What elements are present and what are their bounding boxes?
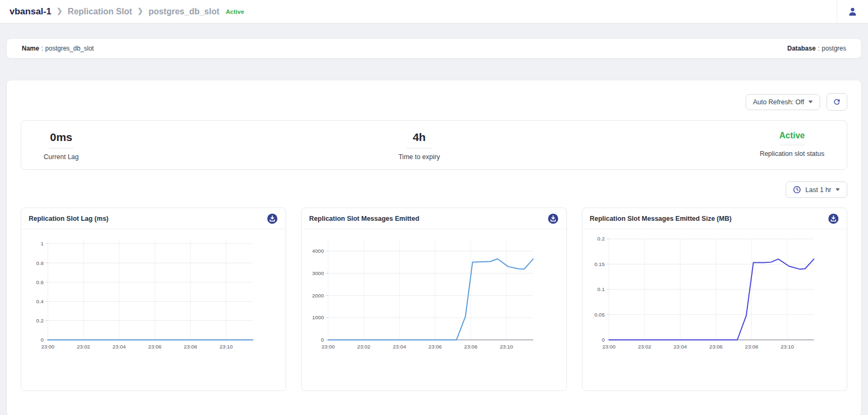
svg-text:0: 0: [602, 337, 605, 343]
svg-text:23:04: 23:04: [673, 344, 687, 350]
stat-label: Current Lag: [44, 153, 79, 161]
charts-row: Replication Slot Lag (ms) 23:0023:0223:0…: [21, 208, 847, 391]
svg-text:0.05: 0.05: [594, 312, 605, 318]
stat-label: Time to expiry: [398, 153, 440, 161]
status-badge: Active: [226, 9, 245, 15]
chart-header: Replication Slot Messages Emitted: [302, 208, 566, 229]
svg-text:4000: 4000: [312, 248, 324, 254]
download-icon: [828, 213, 839, 225]
chart-plot-messages: 23:0023:0223:0423:0623:0823:100100020003…: [302, 231, 566, 359]
svg-text:23:10: 23:10: [500, 344, 513, 350]
svg-text:23:06: 23:06: [148, 344, 162, 350]
clock-icon: [793, 186, 801, 194]
svg-text:23:04: 23:04: [393, 344, 406, 350]
stat-divider: [49, 148, 73, 148]
chart-plot-size: 23:0023:0223:0423:0623:0823:1000.050.10.…: [582, 231, 847, 359]
svg-text:23:00: 23:00: [41, 344, 54, 350]
stat-current-lag: 0ms Current Lag: [44, 130, 79, 161]
download-icon: [547, 213, 559, 225]
chevron-down-icon: [808, 101, 813, 103]
svg-text:0.6: 0.6: [36, 279, 44, 285]
svg-text:0.2: 0.2: [36, 318, 44, 323]
svg-text:1000: 1000: [312, 315, 324, 321]
svg-text:23:04: 23:04: [113, 344, 126, 350]
chevron-right-icon: ❯: [56, 7, 62, 15]
summary-stats-bar: 0ms Current Lag 4h Time to expiry Active…: [21, 120, 847, 170]
slot-database-field: Database:postgres: [787, 45, 846, 52]
stat-divider: [780, 145, 804, 145]
stat-label: Replication slot status: [760, 150, 824, 157]
stat-value: Active: [779, 130, 805, 140]
svg-text:23:00: 23:00: [602, 344, 615, 350]
chart-header: Replication Slot Messages Emitted Size (…: [582, 208, 847, 229]
svg-text:2000: 2000: [312, 293, 324, 298]
refresh-icon: [832, 97, 841, 106]
auto-refresh-label: Auto Refresh: Off: [753, 98, 804, 106]
svg-text:0: 0: [321, 337, 324, 343]
breadcrumb-item-slot: postgres_db_slot: [148, 7, 219, 16]
time-range-row: Last 1 hr: [21, 181, 847, 198]
refresh-button[interactable]: [827, 93, 847, 111]
slot-name-value: postgres_db_slot: [45, 45, 94, 52]
download-button[interactable]: [828, 213, 839, 225]
slot-name-field: Name:postgres_db_slot: [22, 45, 94, 52]
stat-value: 0ms: [50, 130, 72, 144]
chart-title: Replication Slot Messages Emitted Size (…: [590, 215, 732, 222]
slot-database-value: postgres: [822, 45, 846, 52]
svg-text:0.1: 0.1: [597, 287, 605, 293]
stat-replication-status: Active Replication slot status: [760, 130, 824, 157]
chart-title: Replication Slot Lag (ms): [29, 215, 108, 222]
stat-divider: [407, 148, 431, 148]
svg-text:0: 0: [40, 337, 44, 343]
svg-text:23:02: 23:02: [638, 344, 651, 350]
svg-text:0.8: 0.8: [36, 260, 44, 266]
slot-info-bar: Name:postgres_db_slot Database:postgres: [6, 38, 862, 59]
svg-text:23:06: 23:06: [709, 344, 722, 350]
download-icon: [266, 213, 278, 225]
chevron-down-icon: [836, 188, 840, 191]
slot-database-label: Database: [787, 45, 815, 52]
svg-text:0.4: 0.4: [36, 298, 44, 304]
user-button[interactable]: [837, 6, 868, 18]
auto-refresh-dropdown[interactable]: Auto Refresh: Off: [746, 94, 820, 110]
svg-text:0.2: 0.2: [597, 236, 605, 242]
stat-time-to-expiry: 4h Time to expiry: [398, 130, 440, 161]
svg-text:1: 1: [40, 241, 44, 247]
chart-card-messages: Replication Slot Messages Emitted 23:002…: [301, 208, 566, 391]
chart-card-size: Replication Slot Messages Emitted Size (…: [582, 208, 847, 391]
svg-text:23:02: 23:02: [77, 344, 90, 350]
topbar-right: [837, 0, 868, 23]
chart-card-lag: Replication Slot Lag (ms) 23:0023:0223:0…: [21, 208, 286, 391]
top-bar: vbansal-1 ❯ Replication Slot ❯ postgres_…: [0, 0, 868, 23]
download-button[interactable]: [547, 213, 559, 225]
chart-plot-lag: 23:0023:0223:0423:0623:0823:1000.20.40.6…: [21, 231, 286, 359]
svg-text:23:02: 23:02: [357, 344, 371, 350]
svg-text:23:10: 23:10: [220, 344, 233, 350]
svg-text:23:00: 23:00: [322, 344, 335, 350]
svg-text:23:10: 23:10: [780, 344, 794, 350]
breadcrumb-item-section[interactable]: Replication Slot: [68, 7, 132, 16]
chart-header: Replication Slot Lag (ms): [21, 208, 286, 229]
svg-text:23:08: 23:08: [745, 344, 758, 350]
svg-text:23:08: 23:08: [464, 344, 478, 350]
person-icon: [847, 6, 858, 17]
svg-text:23:06: 23:06: [429, 344, 442, 350]
time-range-dropdown[interactable]: Last 1 hr: [786, 181, 847, 198]
chevron-right-icon: ❯: [137, 7, 143, 15]
svg-text:0.15: 0.15: [594, 261, 605, 267]
time-range-label: Last 1 hr: [805, 186, 831, 194]
svg-text:23:08: 23:08: [184, 344, 197, 350]
breadcrumb-item-cluster[interactable]: vbansal-1: [10, 6, 51, 17]
stat-value: 4h: [413, 130, 426, 144]
svg-text:3000: 3000: [312, 270, 324, 276]
download-button[interactable]: [266, 213, 278, 225]
breadcrumb: vbansal-1 ❯ Replication Slot ❯ postgres_…: [10, 6, 244, 17]
dashboard-panel: Auto Refresh: Off 0ms Current Lag 4h Tim…: [6, 80, 862, 415]
dashboard-toolbar: Auto Refresh: Off: [21, 93, 847, 111]
chart-title: Replication Slot Messages Emitted: [309, 215, 419, 222]
slot-name-label: Name: [22, 45, 39, 52]
